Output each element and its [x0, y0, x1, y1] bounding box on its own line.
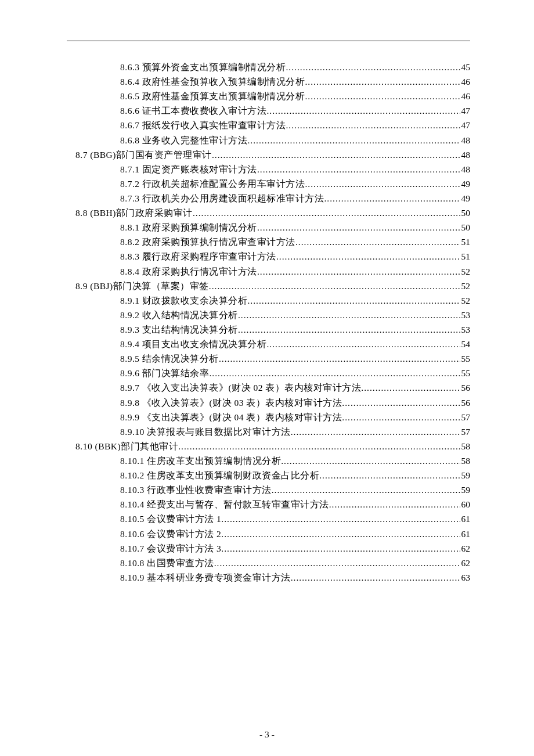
toc-row: 8.9.3 支出结构情况决算分析53	[67, 322, 470, 337]
toc-page: 62	[460, 541, 471, 556]
toc-title: 8.9.10 决算报表与账目数据比对审计方法	[120, 424, 291, 439]
toc-leader	[286, 60, 460, 74]
toc-title: 8.9.7 《收入支出决算表》(财决 02 表）表内核对审计方法	[120, 380, 361, 395]
toc-page: 50	[460, 206, 471, 220]
toc-row: 8.10.7 会议费审计方法 362	[67, 541, 470, 556]
toc-leader	[295, 235, 460, 249]
toc-title: 8.10.6 会议费审计方法 2	[120, 527, 221, 541]
toc-leader	[276, 249, 460, 264]
toc-title: 8.9.6 部门决算结余率	[120, 366, 209, 380]
toc-page: 55	[460, 351, 471, 366]
toc-page: 60	[460, 497, 471, 512]
toc-title: 8.6.4 政府性基金预算收入预算编制情况分析	[120, 74, 305, 89]
toc-leader	[247, 293, 460, 308]
toc-row: 8.7 (BBG)部门国有资产管理审计48	[67, 147, 470, 162]
toc-leader	[324, 191, 460, 206]
toc-leader	[286, 118, 460, 132]
toc-page: 48	[460, 147, 471, 162]
toc-page: 47	[460, 118, 471, 132]
toc-leader	[238, 322, 460, 337]
toc-row: 8.6.6 证书工本费收费收入审计方法47	[67, 103, 470, 118]
toc-title: 8.6.5 政府性基金预算支出预算编制情况分析	[120, 89, 305, 103]
toc-leader	[209, 279, 460, 293]
toc-row: 8.7.2 行政机关超标准配置公务用车审计方法49	[67, 177, 470, 191]
toc-page: 52	[460, 293, 471, 308]
toc-row: 8.6.3 预算外资金支出预算编制情况分析45	[67, 60, 470, 74]
toc-row: 8.8.1 政府采购预算编制情况分析50	[67, 220, 470, 235]
toc-page: 57	[460, 424, 471, 439]
toc-title: 8.10.5 会议费审计方法 1	[120, 512, 221, 526]
toc-leader	[266, 103, 460, 118]
toc-page: 45	[460, 60, 471, 74]
toc-leader	[329, 497, 460, 512]
toc-leader	[281, 453, 460, 468]
toc-page: 52	[460, 279, 471, 293]
toc-leader	[209, 366, 460, 380]
toc-title: 8.8.3 履行政府采购程序审查审计方法	[120, 249, 276, 264]
toc-title: 8.7.2 行政机关超标准配置公务用车审计方法	[120, 177, 305, 191]
toc-title: 8.9.1 财政拨款收支余决算分析	[120, 293, 247, 308]
toc-page: 57	[460, 410, 471, 424]
toc-title: 8.8.1 政府采购预算编制情况分析	[120, 220, 257, 235]
toc-leader	[342, 410, 460, 424]
toc-row: 8.9.2 收入结构情况决算分析53	[67, 308, 470, 322]
toc-title: 8.7 (BBG)部门国有资产管理审计	[75, 147, 212, 162]
toc-row: 8.10.2 住房改革支出预算编制财政资金占比分析59	[67, 468, 470, 483]
toc-title: 8.8.2 政府采购预算执行情况审查审计方法	[120, 235, 295, 249]
toc-page: 63	[460, 570, 471, 585]
toc-leader	[221, 541, 460, 556]
toc-row: 8.9 (BBJ)部门决算（草案）审签52	[67, 279, 470, 293]
toc-leader	[257, 264, 460, 279]
toc-row: 8.9.10 决算报表与账目数据比对审计方法57	[67, 424, 470, 439]
toc-row: 8.6.5 政府性基金预算支出预算编制情况分析46	[67, 89, 470, 103]
toc-row: 8.10.3 行政事业性收费审查审计方法59	[67, 483, 470, 497]
toc-row: 8.9.8 《收入决算表》(财决 03 表）表内核对审计方法56	[67, 395, 470, 410]
toc-leader	[212, 147, 460, 162]
toc-row: 8.10.9 基本科研业务费专项资金审计方法63	[67, 570, 470, 585]
toc-row: 8.9.7 《收入支出决算表》(财决 02 表）表内核对审计方法56	[67, 380, 470, 395]
toc-row: 8.9.9 《支出决算表》(财决 04 表）表内核对审计方法57	[67, 410, 470, 424]
toc-leader	[305, 177, 460, 191]
toc-page: 56	[460, 380, 471, 395]
toc-leader	[272, 483, 460, 497]
toc-title: 8.6.6 证书工本费收费收入审计方法	[120, 103, 266, 118]
toc-leader	[221, 527, 460, 541]
toc-page: 62	[460, 556, 471, 570]
toc-row: 8.9.6 部门决算结余率55	[67, 366, 470, 380]
toc-title: 8.6.3 预算外资金支出预算编制情况分析	[120, 60, 286, 74]
toc-leader	[214, 556, 460, 570]
toc-page: 55	[460, 366, 471, 380]
toc-row: 8.10.5 会议费审计方法 161	[67, 512, 470, 526]
toc-row: 8.7.3 行政机关办公用房建设面积超标准审计方法49	[67, 191, 470, 206]
toc-title: 8.10.8 出国费审查方法	[120, 556, 214, 570]
toc-row: 8.10.8 出国费审查方法62	[67, 556, 470, 570]
toc-page: 51	[460, 235, 471, 249]
toc-page: 56	[460, 395, 471, 410]
toc-title: 8.10.3 行政事业性收费审查审计方法	[120, 483, 272, 497]
toc-row: 8.10.1 住房改革支出预算编制情况分析58	[67, 453, 470, 468]
toc-page: 53	[460, 308, 471, 322]
toc-title: 8.9.3 支出结构情况决算分析	[120, 322, 238, 337]
toc-title: 8.9 (BBJ)部门决算（草案）审签	[75, 279, 209, 293]
toc-title: 8.7.3 行政机关办公用房建设面积超标准审计方法	[120, 191, 324, 206]
toc-leader	[219, 351, 460, 366]
toc-page: 53	[460, 322, 471, 337]
toc-title: 8.7.1 固定资产账表核对审计方法	[120, 162, 257, 177]
toc-row: 8.7.1 固定资产账表核对审计方法48	[67, 162, 470, 177]
toc-title: 8.10.2 住房改革支出预算编制财政资金占比分析	[120, 468, 319, 483]
toc-page: 52	[460, 264, 471, 279]
toc-leader	[291, 424, 460, 439]
toc-title: 8.9.2 收入结构情况决算分析	[120, 308, 238, 322]
toc-row: 8.6.4 政府性基金预算收入预算编制情况分析46	[67, 74, 470, 89]
table-of-contents: 8.6.3 预算外资金支出预算编制情况分析458.6.4 政府性基金预算收入预算…	[67, 60, 470, 585]
toc-page: 49	[460, 191, 471, 206]
toc-leader	[266, 337, 460, 351]
toc-page: 47	[460, 103, 471, 118]
toc-row: 8.8.2 政府采购预算执行情况审查审计方法51	[67, 235, 470, 249]
toc-row: 8.9.5 结余情况决算分析55	[67, 351, 470, 366]
toc-leader	[221, 512, 460, 526]
toc-leader	[305, 74, 460, 89]
toc-page: 48	[460, 133, 471, 147]
toc-leader	[305, 89, 460, 103]
toc-title: 8.10.7 会议费审计方法 3	[120, 541, 221, 556]
